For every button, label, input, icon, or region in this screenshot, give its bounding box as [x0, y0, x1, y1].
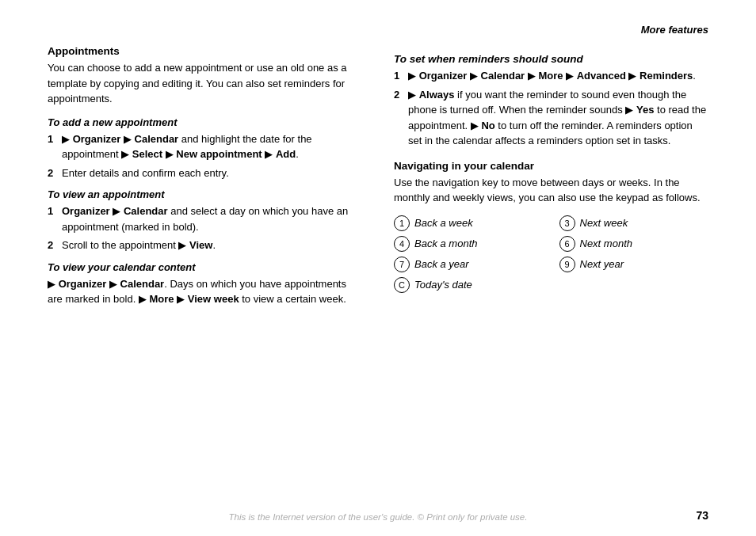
view-calendar-title: To view your calendar content — [48, 261, 362, 273]
nav-key-6: 6 Next month — [559, 236, 709, 252]
view-step-1-content: Organizer ▶ Calendar and select a day on… — [62, 203, 362, 234]
key-1-label: Back a week — [414, 217, 473, 229]
view-step-2: 2 Scroll to the appointment ▶ View. — [48, 238, 362, 253]
nav-keys-table: 1 Back a week 3 Next week 4 Back a month… — [394, 215, 708, 293]
reminder-step-2-content: ▶ Always if you want the reminder to sou… — [408, 87, 708, 149]
key-1-circle: 1 — [394, 215, 410, 231]
reminders-steps: 1 ▶ Organizer ▶ Calendar ▶ More ▶ Advanc… — [394, 68, 708, 149]
page-container: More features Appointments You can choos… — [0, 0, 756, 536]
header-title: More features — [641, 24, 708, 36]
view-step-2-content: Scroll to the appointment ▶ View. — [62, 238, 362, 253]
nav-key-c: C Today's date — [394, 277, 544, 293]
add-appointment-steps: 1 ▶ Organizer ▶ Calendar and highlight t… — [48, 131, 362, 181]
key-c-label: Today's date — [414, 279, 472, 291]
right-column: To set when reminders should sound 1 ▶ O… — [394, 45, 708, 317]
page-number: 73 — [696, 509, 708, 522]
add-step-1-content: ▶ Organizer ▶ Calendar and highlight the… — [62, 131, 362, 162]
reminder-step-1: 1 ▶ Organizer ▶ Calendar ▶ More ▶ Advanc… — [394, 68, 708, 84]
reminder-step-2: 2 ▶ Always if you want the reminder to s… — [394, 87, 708, 149]
add-step-2-content: Enter details and confirm each entry. — [62, 165, 362, 181]
add-step-2: 2 Enter details and confirm each entry. — [48, 165, 362, 181]
add-appointment-title: To add a new appointment — [48, 116, 362, 128]
reminder-step-1-content: ▶ Organizer ▶ Calendar ▶ More ▶ Advanced… — [408, 68, 708, 84]
appointments-title: Appointments — [48, 45, 362, 57]
footer-text: This is the Internet version of the user… — [0, 512, 756, 522]
view-step-1: 1 Organizer ▶ Calendar and select a day … — [48, 203, 362, 234]
add-step-1: 1 ▶ Organizer ▶ Calendar and highlight t… — [48, 131, 362, 162]
key-c-circle: C — [394, 277, 410, 293]
nav-key-9: 9 Next year — [559, 257, 709, 272]
step-num-1: 1 — [48, 131, 57, 162]
view-step-num-2: 2 — [48, 238, 57, 253]
view-step-num-1: 1 — [48, 203, 57, 234]
two-column-layout: Appointments You can choose to add a new… — [48, 45, 708, 317]
key-9-circle: 9 — [559, 257, 575, 272]
key-6-label: Next month — [580, 238, 632, 249]
key-4-label: Back a month — [414, 238, 478, 249]
reminders-title: To set when reminders should sound — [394, 53, 708, 65]
view-appointment-steps: 1 Organizer ▶ Calendar and select a day … — [48, 203, 362, 253]
view-appointment-title: To view an appointment — [48, 188, 362, 200]
nav-key-4: 4 Back a month — [394, 236, 544, 252]
key-6-circle: 6 — [559, 236, 575, 252]
page-header: More features — [48, 24, 708, 36]
key-7-label: Back a year — [414, 258, 469, 270]
key-4-circle: 4 — [394, 236, 410, 252]
reminder-step-num-2: 2 — [394, 87, 403, 149]
key-3-label: Next week — [580, 217, 628, 229]
nav-key-1: 1 Back a week — [394, 215, 544, 231]
view-calendar-body: ▶ Organizer ▶ Calendar. Days on which yo… — [48, 276, 362, 307]
key-3-circle: 3 — [559, 215, 575, 231]
nav-key-3: 3 Next week — [559, 215, 709, 231]
nav-key-7: 7 Back a year — [394, 257, 544, 272]
appointments-body: You can choose to add a new appointment … — [48, 60, 362, 107]
navigating-title: Navigating in your calendar — [394, 160, 708, 172]
key-7-circle: 7 — [394, 257, 410, 272]
navigating-body: Use the navigation key to move between d… — [394, 175, 708, 206]
step-num-2: 2 — [48, 165, 57, 181]
reminder-step-num-1: 1 — [394, 68, 403, 84]
key-9-label: Next year — [580, 258, 624, 270]
left-column: Appointments You can choose to add a new… — [48, 45, 362, 317]
